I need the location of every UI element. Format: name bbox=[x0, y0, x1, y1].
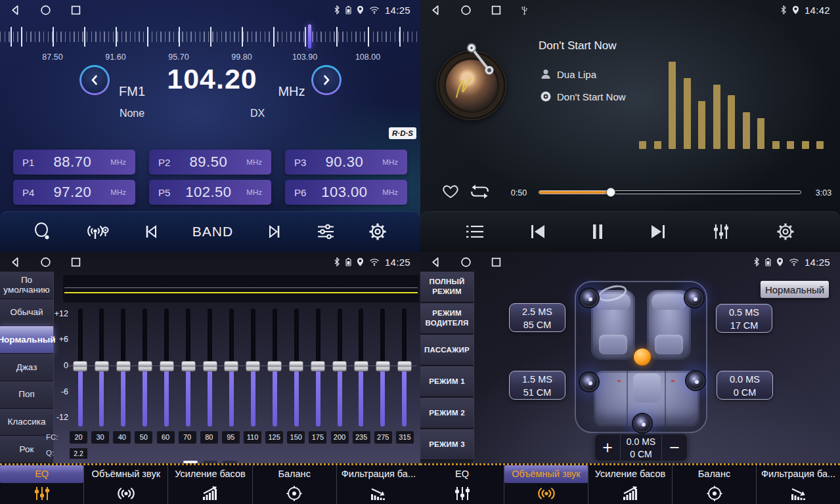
tune-up-button[interactable] bbox=[311, 65, 342, 95]
tab-eq[interactable]: EQ bbox=[420, 465, 504, 504]
slider-knob[interactable] bbox=[181, 361, 196, 371]
eq-band-slider-12[interactable] bbox=[332, 308, 347, 427]
tab-surround[interactable]: Объёмный звук bbox=[84, 465, 168, 504]
home-icon[interactable] bbox=[40, 5, 51, 16]
surround-preset-button[interactable]: Нормальный bbox=[761, 281, 829, 298]
settings-button[interactable] bbox=[776, 222, 795, 242]
tab-balance[interactable]: Баланс bbox=[673, 465, 757, 504]
eq-band-slider-13[interactable] bbox=[353, 308, 369, 427]
previous-track-button[interactable] bbox=[529, 224, 546, 240]
slider-knob[interactable] bbox=[332, 361, 347, 371]
eq-fc-value-12[interactable]: 200 bbox=[331, 431, 349, 444]
eq-fc-value-8[interactable]: 110 bbox=[244, 431, 261, 444]
eq-q-value-15[interactable]: 2.2 bbox=[70, 448, 87, 459]
back-icon[interactable] bbox=[10, 5, 21, 16]
eq-fc-value-2[interactable]: 40 bbox=[113, 431, 131, 444]
playlist-button[interactable] bbox=[465, 224, 485, 240]
equalizer-button[interactable] bbox=[711, 222, 731, 241]
increase-delay-button[interactable]: + bbox=[595, 434, 620, 461]
eq-fc-value-6[interactable]: 80 bbox=[200, 431, 218, 444]
eq-band-slider-0[interactable] bbox=[72, 308, 88, 427]
surround-mode-2[interactable]: ПАССАЖИР bbox=[420, 335, 474, 366]
delay-front-left[interactable]: 2.5 MS 85 CM bbox=[509, 303, 565, 332]
slider-knob[interactable] bbox=[397, 361, 412, 371]
slider-knob[interactable] bbox=[246, 361, 260, 371]
recents-icon[interactable] bbox=[70, 5, 81, 16]
slider-knob[interactable] bbox=[95, 361, 109, 371]
band-button[interactable]: BAND bbox=[192, 224, 233, 240]
surround-mode-3[interactable]: РЕЖИМ 1 bbox=[420, 366, 474, 398]
delay-front-right[interactable]: 0.5 MS 17 CM bbox=[716, 304, 772, 333]
eq-fc-value-7[interactable]: 95 bbox=[222, 431, 240, 444]
scan-button[interactable] bbox=[33, 222, 53, 242]
eq-band-slider-6[interactable] bbox=[202, 308, 218, 427]
eq-fc-value-3[interactable]: 50 bbox=[135, 431, 152, 444]
listening-position-marker[interactable] bbox=[634, 348, 651, 366]
eq-fc-value-15[interactable]: 315 bbox=[396, 431, 414, 444]
eq-fc-value-5[interactable]: 70 bbox=[179, 431, 196, 444]
slider-knob[interactable] bbox=[311, 361, 325, 371]
eq-band-slider-15[interactable] bbox=[397, 308, 412, 427]
back-icon[interactable] bbox=[430, 257, 441, 268]
tab-filter[interactable]: Фильтрация ба... bbox=[757, 465, 840, 504]
surround-mode-5[interactable]: РЕЖИМ 3 bbox=[420, 429, 474, 461]
progress-knob[interactable] bbox=[606, 188, 615, 197]
eq-band-slider-11[interactable] bbox=[310, 308, 326, 427]
radio-preset-p1[interactable]: P1 88.70 MHz bbox=[13, 150, 135, 175]
radio-preset-p5[interactable]: P5 102.50 MHz bbox=[149, 180, 271, 205]
settings-button[interactable] bbox=[368, 222, 387, 242]
favorite-button[interactable] bbox=[441, 183, 460, 200]
slider-knob[interactable] bbox=[73, 361, 87, 371]
home-icon[interactable] bbox=[40, 257, 51, 268]
slider-knob[interactable] bbox=[376, 361, 390, 371]
broadcast-button[interactable] bbox=[85, 222, 110, 242]
progress-bar[interactable] bbox=[539, 190, 801, 194]
eq-fc-value-14[interactable]: 275 bbox=[374, 431, 392, 444]
slider-knob[interactable] bbox=[203, 361, 217, 371]
tab-eq[interactable]: EQ bbox=[0, 465, 84, 504]
previous-station-button[interactable] bbox=[143, 223, 160, 240]
eq-band-slider-14[interactable] bbox=[375, 308, 391, 427]
eq-band-slider-7[interactable] bbox=[223, 308, 239, 427]
slider-knob[interactable] bbox=[116, 361, 131, 371]
tuner-dial[interactable]: 87.5091.6095.7099.80103.90108.00 bbox=[0, 20, 420, 66]
radio-preset-p4[interactable]: P4 97.20 MHz bbox=[13, 180, 135, 205]
slider-knob[interactable] bbox=[160, 361, 174, 371]
eq-fc-value-1[interactable]: 30 bbox=[91, 431, 109, 444]
next-track-button[interactable] bbox=[650, 224, 667, 240]
surround-mode-0[interactable]: ПОЛНЫЙ РЕЖИМ bbox=[420, 272, 474, 303]
tab-balance[interactable]: Баланс bbox=[253, 465, 337, 504]
tab-bass[interactable]: Усиление басов bbox=[588, 465, 673, 504]
decrease-delay-button[interactable]: − bbox=[662, 434, 687, 461]
tab-bass[interactable]: Усиление басов bbox=[168, 465, 252, 504]
recents-icon[interactable] bbox=[491, 257, 502, 268]
eq-fc-value-4[interactable]: 60 bbox=[157, 431, 175, 444]
slider-knob[interactable] bbox=[138, 361, 152, 371]
recents-icon[interactable] bbox=[70, 257, 81, 268]
radio-preset-p3[interactable]: P3 90.30 MHz bbox=[285, 150, 407, 175]
eq-fc-value-10[interactable]: 150 bbox=[287, 431, 305, 444]
radio-preset-p6[interactable]: P6 103.00 MHz bbox=[285, 180, 407, 205]
eq-band-slider-4[interactable] bbox=[159, 308, 175, 427]
delay-rear-right[interactable]: 0.0 MS 0 CM bbox=[717, 371, 773, 400]
eq-band-slider-8[interactable] bbox=[245, 308, 261, 427]
next-station-button[interactable] bbox=[266, 223, 283, 240]
slider-knob[interactable] bbox=[289, 361, 303, 371]
delay-rear-left[interactable]: 1.5 MS 51 CM bbox=[509, 371, 565, 400]
slider-knob[interactable] bbox=[354, 361, 368, 371]
eq-fc-value-11[interactable]: 175 bbox=[309, 431, 326, 444]
surround-mode-1[interactable]: РЕЖИМ ВОДИТЕЛЯ bbox=[420, 303, 474, 335]
eq-band-slider-1[interactable] bbox=[94, 308, 110, 427]
eq-band-slider-2[interactable] bbox=[116, 308, 131, 427]
recents-icon[interactable] bbox=[491, 5, 502, 16]
slider-knob[interactable] bbox=[267, 361, 282, 371]
home-icon[interactable] bbox=[460, 257, 472, 268]
home-icon[interactable] bbox=[460, 5, 472, 16]
tune-down-button[interactable] bbox=[79, 65, 110, 95]
pause-button[interactable] bbox=[591, 223, 604, 240]
slider-knob[interactable] bbox=[224, 361, 238, 371]
back-icon[interactable] bbox=[10, 257, 21, 268]
eq-band-slider-10[interactable] bbox=[288, 308, 304, 427]
eq-fc-value-13[interactable]: 235 bbox=[353, 431, 370, 444]
surround-mode-4[interactable]: РЕЖИМ 2 bbox=[420, 398, 474, 429]
